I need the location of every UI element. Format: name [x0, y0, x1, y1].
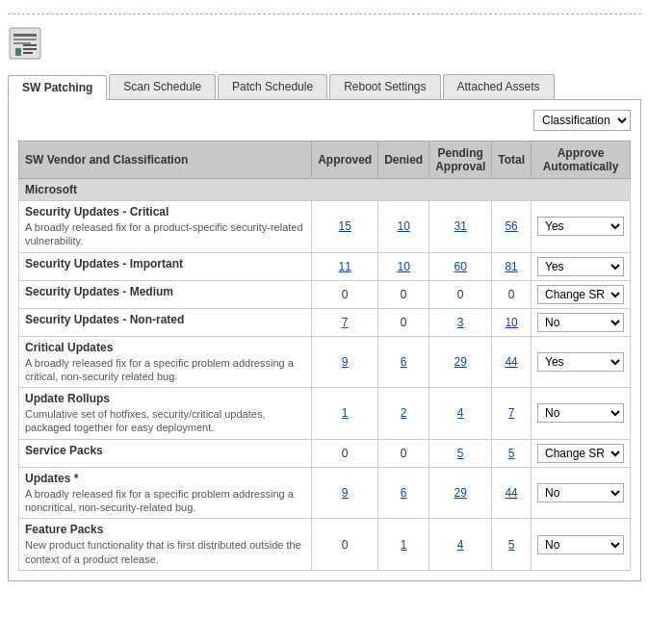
total-count[interactable]: 5: [492, 439, 532, 467]
total-count[interactable]: 5: [492, 519, 532, 571]
denied-count[interactable]: 2: [378, 388, 429, 440]
pending-link[interactable]: 3: [457, 316, 464, 329]
approved-count[interactable]: 7: [312, 308, 378, 336]
auto-approve-cell[interactable]: YesNoChange SR: [532, 439, 631, 467]
pending-count[interactable]: 29: [429, 467, 492, 519]
auto-approve-select[interactable]: YesNoChange SR: [537, 352, 624, 372]
denied-link[interactable]: 10: [398, 219, 410, 233]
total-link[interactable]: 56: [505, 219, 517, 233]
pending-count[interactable]: 4: [429, 519, 492, 571]
approved-count[interactable]: 1: [312, 388, 378, 440]
auto-approve-select[interactable]: YesNoChange SR: [537, 285, 624, 304]
approved-count[interactable]: 9: [312, 336, 378, 388]
col-header-total: Total: [492, 142, 532, 179]
pending-count[interactable]: 29: [429, 336, 492, 388]
total-count[interactable]: 44: [492, 336, 532, 388]
auto-approve-cell[interactable]: YesNoChange SR: [532, 201, 631, 253]
auto-approve-cell[interactable]: YesNoChange SR: [532, 336, 631, 388]
table-row: Critical UpdatesA broadly released fix f…: [19, 336, 631, 388]
table-row: Security Updates - Non-rated70310YesNoCh…: [19, 308, 631, 336]
auto-approve-select[interactable]: YesNoChange SR: [537, 217, 624, 236]
pending-link[interactable]: 31: [454, 219, 467, 233]
auto-approve-select[interactable]: YesNoChange SR: [537, 535, 624, 554]
total-count[interactable]: 56: [492, 201, 532, 253]
pending-link[interactable]: 60: [454, 260, 467, 273]
pending-link[interactable]: 5: [457, 447, 464, 460]
table-row: Feature PacksNew product functionality t…: [19, 519, 631, 571]
group-by-select[interactable]: Classification Vendor: [533, 110, 631, 131]
col-header-auto: ApproveAutomatically: [532, 142, 631, 179]
total-count[interactable]: 81: [492, 252, 532, 280]
pending-count[interactable]: 5: [429, 439, 492, 467]
tab-sw-patching[interactable]: SW Patching: [8, 75, 107, 100]
total-link[interactable]: 7: [508, 406, 515, 420]
pending-count[interactable]: 60: [429, 252, 492, 280]
pending-count[interactable]: 4: [429, 388, 492, 440]
tab-scan-schedule[interactable]: Scan Schedule: [109, 74, 216, 99]
col-header-vendor: SW Vendor and Classification: [19, 142, 312, 179]
auto-approve-select[interactable]: YesNoChange SR: [537, 257, 624, 276]
auto-approve-cell[interactable]: YesNoChange SR: [532, 252, 631, 280]
auto-approve-cell[interactable]: YesNoChange SR: [532, 467, 631, 519]
svg-rect-2: [13, 39, 37, 40]
auto-approve-cell[interactable]: YesNoChange SR: [532, 280, 631, 308]
auto-approve-cell[interactable]: YesNoChange SR: [532, 308, 631, 336]
total-link[interactable]: 44: [505, 486, 517, 500]
approved-link[interactable]: 1: [342, 406, 349, 420]
total-link[interactable]: 5: [508, 538, 515, 552]
auto-approve-cell[interactable]: YesNoChange SR: [532, 388, 631, 440]
approved-count[interactable]: 9: [312, 467, 378, 519]
denied-link[interactable]: 2: [401, 406, 407, 420]
approved-count[interactable]: 11: [312, 252, 378, 280]
tab-reboot-settings[interactable]: Reboot Settings: [329, 74, 440, 99]
approved-link[interactable]: 7: [342, 316, 349, 329]
denied-count[interactable]: 6: [378, 467, 429, 519]
tab-attached-assets[interactable]: Attached Assets: [443, 74, 555, 99]
denied-link[interactable]: 1: [401, 538, 407, 552]
auto-approve-cell[interactable]: YesNoChange SR: [532, 519, 631, 571]
auto-approve-select[interactable]: YesNoChange SR: [537, 403, 624, 423]
approved-count[interactable]: 15: [312, 201, 378, 253]
pending-link[interactable]: 29: [454, 486, 467, 500]
auto-approve-select[interactable]: YesNoChange SR: [537, 444, 624, 463]
approved-link[interactable]: 11: [339, 260, 351, 273]
category-name: Critical Updates: [25, 341, 113, 354]
denied-count[interactable]: 6: [378, 336, 429, 388]
pending-link[interactable]: 29: [454, 355, 467, 369]
total-link[interactable]: 81: [505, 260, 517, 273]
denied-count: 0: [378, 308, 429, 336]
denied-count[interactable]: 10: [378, 201, 429, 253]
auto-approve-select[interactable]: YesNoChange SR: [537, 483, 624, 502]
approved-link[interactable]: 15: [339, 219, 351, 233]
pending-count[interactable]: 3: [429, 308, 492, 336]
pending-count[interactable]: 31: [429, 201, 492, 253]
approved-count: 0: [312, 439, 378, 467]
approved-count: 0: [312, 280, 378, 308]
svg-rect-1: [13, 34, 37, 37]
svg-rect-6: [23, 48, 37, 50]
category-name: Security Updates - Critical: [25, 205, 169, 219]
category-name: Security Updates - Medium: [25, 285, 173, 298]
table-row: Service Packs0055YesNoChange SR: [19, 439, 631, 467]
section-header: Microsoft: [19, 179, 631, 201]
total-link[interactable]: 5: [508, 447, 515, 460]
approved-count: 0: [312, 519, 378, 571]
table-row: Security Updates - CriticalA broadly rel…: [19, 201, 631, 253]
pending-link[interactable]: 4: [457, 538, 464, 552]
denied-count[interactable]: 1: [378, 519, 429, 571]
approved-link[interactable]: 9: [342, 355, 349, 369]
pending-link[interactable]: 4: [457, 406, 464, 420]
denied-link[interactable]: 6: [401, 486, 407, 500]
denied-count[interactable]: 10: [378, 252, 429, 280]
total-link[interactable]: 10: [505, 316, 517, 329]
total-count[interactable]: 7: [492, 388, 532, 440]
total-count[interactable]: 10: [492, 308, 532, 336]
total-count[interactable]: 44: [492, 467, 532, 519]
total-link[interactable]: 44: [505, 355, 517, 369]
tab-patch-schedule[interactable]: Patch Schedule: [218, 74, 327, 99]
auto-approve-select[interactable]: YesNoChange SR: [537, 313, 624, 332]
pending-count[interactable]: 0: [429, 280, 492, 308]
approved-link[interactable]: 9: [342, 486, 349, 500]
denied-link[interactable]: 10: [398, 260, 410, 273]
denied-link[interactable]: 6: [401, 355, 407, 369]
